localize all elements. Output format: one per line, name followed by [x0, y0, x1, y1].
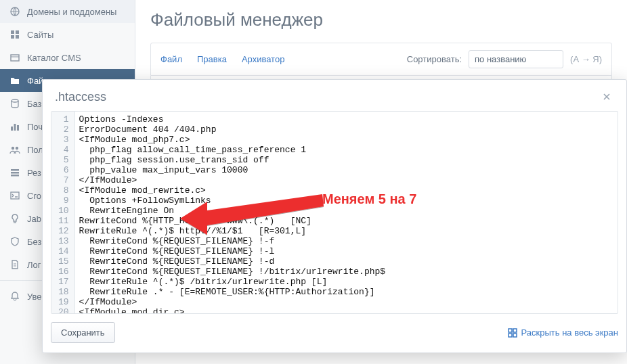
code-line: <IfModule mod_php7.c> — [79, 135, 613, 145]
svg-rect-3 — [11, 35, 14, 39]
terminal-icon — [9, 190, 20, 201]
code-line: Options +FollowSymLinks — [79, 196, 613, 206]
editor-modal: .htaccess 123456789101112131415161718192… — [42, 79, 627, 353]
svg-rect-7 — [11, 127, 13, 131]
code-line: </IfModule> — [79, 297, 613, 307]
shield-icon — [9, 236, 20, 247]
expand-label: Раскрыть на весь экран — [521, 327, 618, 338]
code-line: <IfModule mod_dir.c> — [79, 307, 613, 313]
svg-rect-19 — [513, 334, 517, 337]
sidebar-item-label: Баз — [27, 99, 42, 109]
doc-icon — [9, 259, 20, 270]
sidebar-item-label: Поч — [27, 122, 43, 132]
code-line: <IfModule mod_rewrite.c> — [79, 185, 613, 196]
menu-file[interactable]: Файл — [160, 54, 182, 64]
sidebar-item-label: Рез — [27, 168, 41, 178]
sidebar-item-label: Лог — [27, 260, 41, 270]
svg-point-6 — [12, 99, 18, 102]
code-line: Options -Indexes — [79, 114, 613, 124]
code-line: </IfModule> — [79, 175, 613, 185]
sidebar-item-0[interactable]: Домены и поддомены — [0, 0, 135, 23]
svg-rect-1 — [11, 30, 14, 34]
code-area[interactable]: Options -IndexesErrorDocument 404 /404.p… — [75, 112, 618, 313]
code-line: php_flag session.use_trans_sid off — [79, 155, 613, 165]
code-line: RewriteCond %{REQUEST_FILENAME} !-l — [79, 246, 613, 256]
expand-icon — [508, 328, 517, 338]
sidebar-item-label: Без — [27, 237, 41, 247]
sidebar-item-label: Уве — [27, 292, 42, 302]
svg-rect-5 — [11, 55, 19, 61]
code-line: ErrorDocument 404 /404.php — [79, 124, 613, 135]
svg-rect-14 — [11, 175, 19, 177]
save-button[interactable]: Сохранить — [51, 322, 115, 343]
expand-link[interactable]: Раскрыть на весь экран — [508, 327, 618, 338]
code-line: RewriteCond %{HTTP_HOST} ^www\.(.*) [NC] — [79, 216, 613, 226]
svg-point-10 — [12, 147, 14, 150]
code-line: RewriteCond %{REQUEST_FILENAME} !/bitrix… — [79, 267, 613, 277]
sidebar-item-label: Фай — [27, 76, 43, 86]
code-editor[interactable]: 1234567891011121314151617181920212223 Op… — [51, 111, 618, 314]
code-line: RewriteRule ^(.*)$ /bitrix/urlrewrite.ph… — [79, 277, 613, 287]
svg-rect-16 — [509, 329, 512, 332]
folder-icon — [9, 75, 20, 86]
bulb-icon — [9, 213, 20, 224]
code-line: php_flag allow_call_time_pass_reference … — [79, 145, 613, 155]
code-line: RewriteRule ^(.*)$ http://%1/$1 [R=301,L… — [79, 226, 613, 236]
code-line: RewriteRule .* - [E=REMOTE_USER:%{HTTP:A… — [79, 287, 613, 297]
code-line: php_value max_input_vars 10000 — [79, 165, 613, 175]
sidebar-item-label: Jab — [27, 214, 41, 224]
database-icon — [9, 98, 20, 109]
svg-rect-12 — [11, 169, 19, 171]
svg-rect-18 — [509, 334, 512, 337]
modal-title: .htaccess — [55, 90, 106, 104]
sort-direction[interactable]: (А → Я) — [570, 54, 602, 64]
svg-rect-15 — [11, 192, 19, 199]
toolbar: Файл Правка Архиватор Сортировать: по на… — [150, 43, 612, 76]
svg-rect-8 — [14, 124, 16, 131]
svg-point-11 — [16, 147, 18, 150]
sidebar-item-1[interactable]: Сайты — [0, 23, 135, 46]
menu-archive[interactable]: Архиватор — [242, 54, 285, 64]
bell-icon — [9, 291, 20, 302]
sidebar-item-2[interactable]: Каталог CMS — [0, 46, 135, 69]
code-line: RewriteCond %{REQUEST_FILENAME} !-f — [79, 236, 613, 246]
grid-icon — [9, 29, 20, 40]
page-title: Файловый менеджер — [150, 9, 612, 30]
code-line: RewriteEngine On — [79, 206, 613, 216]
toolbar-menu: Файл Правка Архиватор — [160, 54, 284, 64]
sort-label: Сортировать: — [407, 54, 462, 64]
modal-close-button[interactable] — [599, 89, 614, 104]
svg-rect-4 — [16, 35, 19, 39]
stats-icon — [9, 121, 20, 132]
line-gutter: 1234567891011121314151617181920212223 — [51, 112, 75, 313]
sidebar-item-label: Пол — [27, 145, 43, 155]
code-line: RewriteCond %{REQUEST_FILENAME} !-d — [79, 256, 613, 267]
sidebar-item-label: Cro — [27, 191, 41, 201]
box-icon — [9, 52, 20, 63]
close-icon — [603, 93, 610, 100]
sidebar-item-label: Сайты — [27, 30, 53, 40]
sort-select[interactable]: по названию — [469, 50, 563, 68]
svg-rect-13 — [11, 172, 19, 174]
svg-rect-2 — [16, 30, 19, 34]
globe-icon — [9, 6, 20, 17]
sidebar-item-label: Каталог CMS — [27, 53, 81, 63]
stack-icon — [9, 167, 20, 178]
svg-rect-9 — [17, 125, 19, 131]
menu-edit[interactable]: Правка — [197, 54, 227, 64]
sidebar-item-label: Домены и поддомены — [27, 7, 116, 17]
users-icon — [9, 144, 20, 155]
svg-rect-17 — [513, 329, 517, 332]
